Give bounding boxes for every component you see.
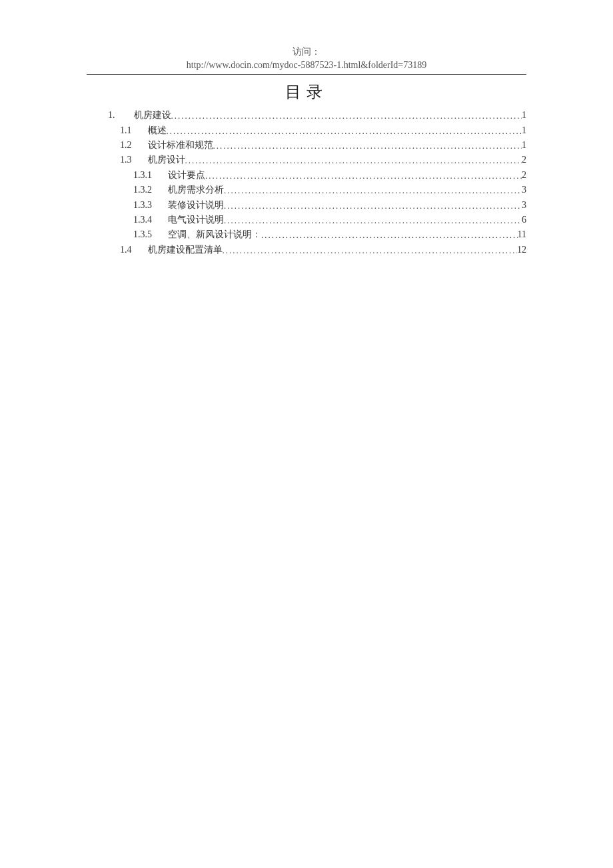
toc-entry-label: 设计要点 [168,168,205,183]
toc-entry-number: 1.2 [120,138,132,153]
toc-entry-label: 装修设计说明 [168,198,224,213]
toc-leader-dots [224,199,522,213]
toc-entry-page: 1 [522,123,526,138]
toc-entry: 1.3.1 设计要点 2 [87,168,526,183]
toc-entry-page: 11 [518,227,526,242]
toc-entry-label: 机房需求分析 [168,183,224,197]
toc-entry: 1.1 概述 1 [87,123,526,138]
toc-entry-page: 1 [522,108,526,123]
toc-entry-label: 电气设计说明 [168,213,224,227]
toc-entry-page: 3 [522,198,526,213]
toc-entry: 1.3.3 装修设计说明 3 [87,198,526,213]
toc-entry-number: 1.3.1 [133,168,152,183]
toc-entry-label: 机房设计 [148,153,185,167]
toc-entry-page: 1 [522,138,526,153]
toc-list: 1. 机房建设 1 1.1 概述 1 1.2 设计标准和规范 1 1.3 机房设… [87,108,526,257]
toc-leader-dots [205,169,522,183]
toc-entry-number: 1.3.5 [133,227,152,242]
toc-leader-dots [185,154,522,168]
toc-entry-page: 2 [522,153,526,167]
page-header: 访问： http://www.docin.com/mydoc-5887523-1… [87,45,526,75]
toc-entry: 1.3.4 电气设计说明 6 [87,213,526,227]
header-line-1: 访问： [87,45,526,59]
toc-entry-page: 2 [522,168,526,183]
toc-entry-number: 1.3.3 [133,198,152,213]
toc-entry: 1.2 设计标准和规范 1 [87,138,526,153]
toc-entry: 1.3 机房设计 2 [87,153,526,167]
toc-entry-number: 1. [108,108,115,123]
document-page: 访问： http://www.docin.com/mydoc-5887523-1… [0,0,613,257]
toc-entry-label: 机房建设 [134,108,171,123]
toc-leader-dots [223,244,518,258]
toc-entry-page: 12 [517,243,526,257]
toc-entry: 1.4 机房建设配置清单 12 [87,243,526,257]
toc-entry-number: 1.3 [120,153,132,167]
toc-leader-dots [261,229,518,243]
toc-leader-dots [171,109,522,123]
toc-entry-number: 1.1 [120,123,132,138]
header-line-2: http://www.docin.com/mydoc-5887523-1.htm… [87,59,526,72]
toc-entry-number: 1.3.2 [133,183,152,197]
toc-leader-dots [224,184,522,198]
toc-entry-number: 1.4 [120,243,132,257]
toc-entry: 1.3.2 机房需求分析 3 [87,183,526,197]
toc-entry-label: 空调、新风设计说明： [168,227,261,242]
toc-entry: 1.3.5 空调、新风设计说明： 11 [87,227,526,242]
toc-entry-number: 1.3.4 [133,213,152,227]
toc-entry: 1. 机房建设 1 [87,108,526,123]
toc-entry-label: 机房建设配置清单 [148,243,223,257]
toc-entry-page: 3 [522,183,526,197]
toc-entry-label: 概述 [148,123,167,138]
toc-entry-label: 设计标准和规范 [148,138,213,153]
toc-title: 目录 [87,81,526,103]
toc-leader-dots [167,125,522,139]
toc-leader-dots [213,139,522,153]
toc-entry-page: 6 [522,213,526,227]
toc-leader-dots [224,214,522,228]
